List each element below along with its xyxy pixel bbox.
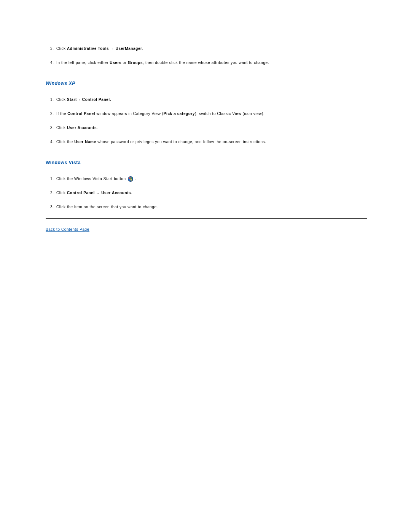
section3-steps: 1.Click the Windows Vista Start button .… <box>46 176 367 210</box>
step-text: window appears in Category View ( <box>95 112 164 116</box>
windows-vista-start-icon <box>128 176 133 182</box>
arrow-icon: → <box>96 191 100 195</box>
step-number: 1. <box>50 176 56 182</box>
step-text: If the <box>56 112 67 116</box>
step-text: Click <box>56 126 67 130</box>
step-text: whose password or privileges you want to… <box>96 140 266 144</box>
arrow-icon: → <box>77 97 82 102</box>
list-item: 2.Click Control Panel → User Accounts. <box>46 190 367 196</box>
step-text: , then double-click the name whose attri… <box>143 61 269 65</box>
step-text: . <box>134 177 137 181</box>
step-text: . <box>131 191 132 195</box>
step-number: 1. <box>50 97 56 102</box>
step-text: Click the Windows Vista Start button <box>56 177 127 181</box>
list-item: 2.If the Control Panel window appears in… <box>46 111 367 117</box>
step-text: Groups <box>128 61 143 65</box>
step-text: Click the item on the screen that you wa… <box>56 205 158 209</box>
back-to-contents-link[interactable]: Back to Contents Page <box>46 227 89 232</box>
step-text: Pick a category <box>164 112 195 116</box>
step-text: Users <box>110 61 121 65</box>
arrow-icon: → <box>110 46 115 51</box>
step-number: 2. <box>50 111 56 117</box>
step-text: Administrative Tools <box>67 46 109 51</box>
section-heading-xp: Windows XP <box>46 81 367 86</box>
step-number: 3. <box>50 125 56 131</box>
step-number: 2. <box>50 190 56 196</box>
step-number: 4. <box>50 60 56 66</box>
list-item: 3.Click Administrative Tools → UserManag… <box>46 46 367 51</box>
step-number: 3. <box>50 204 56 210</box>
step-text: Control Panel <box>67 112 95 116</box>
section1-steps: 3.Click Administrative Tools → UserManag… <box>46 46 367 66</box>
step-text: ), switch to Classic View (icon view). <box>195 112 264 116</box>
step-text: User Name <box>74 140 96 144</box>
list-item: 4.Click the User Name whose password or … <box>46 139 367 145</box>
step-text: UserManager <box>116 46 142 51</box>
step-text: or <box>121 61 128 65</box>
list-item: 1.Click Start→ Control Panel. <box>46 97 367 102</box>
list-item: 3.Click the item on the screen that you … <box>46 204 367 210</box>
step-text: Click the <box>56 140 74 144</box>
step-text: User Accounts <box>67 126 97 130</box>
step-text: Click <box>56 97 67 102</box>
step-text: . <box>97 126 98 130</box>
step-text: User Accounts <box>101 191 131 195</box>
step-text: . <box>142 46 143 51</box>
section-divider <box>46 218 367 219</box>
step-text: In the left pane, click either <box>56 61 110 65</box>
section-heading-vista: Windows Vista <box>46 160 367 165</box>
step-number: 3. <box>50 46 56 51</box>
list-item: 4.In the left pane, click either Users o… <box>46 60 367 66</box>
step-text: Click <box>56 46 67 51</box>
step-text: Control Panel <box>67 191 95 195</box>
section2-steps: 1.Click Start→ Control Panel.2.If the Co… <box>46 97 367 145</box>
step-text: Click <box>56 191 67 195</box>
step-text: Control Panel. <box>82 97 111 102</box>
step-number: 4. <box>50 139 56 145</box>
step-text: Start <box>67 97 77 102</box>
list-item: 3.Click User Accounts. <box>46 125 367 131</box>
list-item: 1.Click the Windows Vista Start button . <box>46 176 367 182</box>
